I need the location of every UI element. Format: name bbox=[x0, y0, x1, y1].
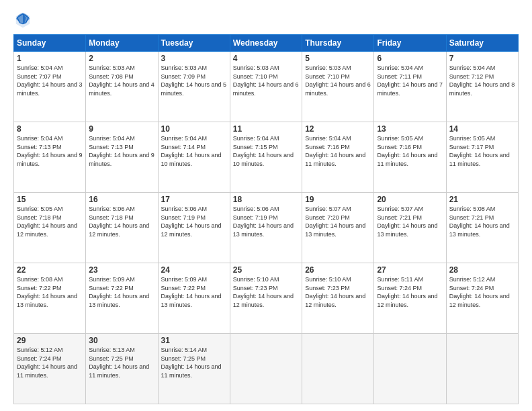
cell-info: Sunrise: 5:11 AMSunset: 7:24 PMDaylight:… bbox=[377, 276, 437, 308]
day-number: 4 bbox=[233, 54, 299, 63]
cell-info: Sunrise: 5:05 AMSunset: 7:16 PMDaylight:… bbox=[377, 135, 437, 167]
day-number: 12 bbox=[305, 124, 371, 134]
header-wednesday: Wednesday bbox=[230, 35, 302, 52]
cell-info: Sunrise: 5:04 AMSunset: 7:07 PMDaylight:… bbox=[17, 64, 83, 97]
calendar-cell: 20Sunrise: 5:07 AMSunset: 7:21 PMDayligh… bbox=[374, 193, 446, 263]
cell-info: Sunrise: 5:07 AMSunset: 7:20 PMDaylight:… bbox=[305, 205, 365, 238]
calendar-cell: 23Sunrise: 5:09 AMSunset: 7:22 PMDayligh… bbox=[86, 263, 158, 334]
calendar-cell: 3Sunrise: 5:03 AMSunset: 7:09 PMDaylight… bbox=[158, 52, 230, 122]
cell-info: Sunrise: 5:04 AMSunset: 7:13 PMDaylight:… bbox=[89, 135, 154, 167]
cell-info: Sunrise: 5:04 AMSunset: 7:11 PMDaylight:… bbox=[377, 64, 443, 97]
calendar-week-row: 29Sunrise: 5:12 AMSunset: 7:24 PMDayligh… bbox=[14, 334, 519, 404]
cell-info: Sunrise: 5:07 AMSunset: 7:21 PMDaylight:… bbox=[377, 205, 437, 238]
day-number: 29 bbox=[17, 336, 83, 345]
cell-info: Sunrise: 5:09 AMSunset: 7:22 PMDaylight:… bbox=[89, 276, 149, 308]
header-friday: Friday bbox=[374, 35, 446, 52]
header-thursday: Thursday bbox=[302, 35, 374, 52]
header-saturday: Saturday bbox=[446, 35, 518, 52]
cell-info: Sunrise: 5:14 AMSunset: 7:25 PMDaylight:… bbox=[161, 347, 222, 379]
day-number: 13 bbox=[377, 124, 443, 134]
calendar-cell: 5Sunrise: 5:03 AMSunset: 7:10 PMDaylight… bbox=[302, 52, 374, 122]
header-monday: Monday bbox=[86, 35, 158, 52]
calendar-week-row: 15Sunrise: 5:05 AMSunset: 7:18 PMDayligh… bbox=[14, 193, 519, 263]
cell-info: Sunrise: 5:03 AMSunset: 7:09 PMDaylight:… bbox=[161, 64, 227, 97]
calendar-week-row: 1Sunrise: 5:04 AMSunset: 7:07 PMDaylight… bbox=[14, 52, 519, 122]
cell-info: Sunrise: 5:06 AMSunset: 7:18 PMDaylight:… bbox=[89, 205, 149, 238]
cell-info: Sunrise: 5:04 AMSunset: 7:12 PMDaylight:… bbox=[449, 64, 515, 97]
header-tuesday: Tuesday bbox=[158, 35, 230, 52]
day-number: 31 bbox=[161, 336, 227, 345]
cell-info: Sunrise: 5:08 AMSunset: 7:22 PMDaylight:… bbox=[17, 276, 77, 308]
calendar-cell: 1Sunrise: 5:04 AMSunset: 7:07 PMDaylight… bbox=[14, 52, 86, 122]
day-number: 25 bbox=[233, 265, 299, 275]
day-number: 2 bbox=[89, 54, 154, 63]
day-number: 21 bbox=[449, 195, 515, 204]
header-sunday: Sunday bbox=[14, 35, 86, 52]
logo-icon bbox=[13, 10, 32, 29]
cell-info: Sunrise: 5:06 AMSunset: 7:19 PMDaylight:… bbox=[233, 205, 294, 238]
day-number: 17 bbox=[161, 195, 227, 204]
cell-info: Sunrise: 5:06 AMSunset: 7:19 PMDaylight:… bbox=[161, 205, 222, 238]
page: SundayMondayTuesdayWednesdayThursdayFrid… bbox=[0, 0, 532, 411]
day-number: 8 bbox=[17, 124, 83, 134]
cell-info: Sunrise: 5:03 AMSunset: 7:10 PMDaylight:… bbox=[305, 64, 371, 97]
cell-info: Sunrise: 5:10 AMSunset: 7:23 PMDaylight:… bbox=[233, 276, 294, 308]
day-number: 26 bbox=[305, 265, 371, 275]
day-number: 27 bbox=[377, 265, 443, 275]
calendar-cell: 16Sunrise: 5:06 AMSunset: 7:18 PMDayligh… bbox=[86, 193, 158, 263]
cell-info: Sunrise: 5:12 AMSunset: 7:24 PMDaylight:… bbox=[17, 347, 77, 379]
cell-info: Sunrise: 5:03 AMSunset: 7:10 PMDaylight:… bbox=[233, 64, 299, 97]
calendar-cell: 30Sunrise: 5:13 AMSunset: 7:25 PMDayligh… bbox=[86, 334, 158, 404]
calendar-cell: 12Sunrise: 5:04 AMSunset: 7:16 PMDayligh… bbox=[302, 122, 374, 193]
day-number: 10 bbox=[161, 124, 227, 134]
cell-info: Sunrise: 5:04 AMSunset: 7:15 PMDaylight:… bbox=[233, 135, 294, 167]
day-number: 20 bbox=[377, 195, 443, 204]
calendar-cell: 29Sunrise: 5:12 AMSunset: 7:24 PMDayligh… bbox=[14, 334, 86, 404]
calendar-cell: 15Sunrise: 5:05 AMSunset: 7:18 PMDayligh… bbox=[14, 193, 86, 263]
cell-info: Sunrise: 5:05 AMSunset: 7:17 PMDaylight:… bbox=[449, 135, 510, 167]
calendar-cell: 10Sunrise: 5:04 AMSunset: 7:14 PMDayligh… bbox=[158, 122, 230, 193]
calendar-cell bbox=[446, 334, 518, 404]
cell-info: Sunrise: 5:09 AMSunset: 7:22 PMDaylight:… bbox=[161, 276, 222, 308]
day-number: 15 bbox=[17, 195, 83, 204]
day-number: 9 bbox=[89, 124, 154, 134]
day-number: 1 bbox=[17, 54, 83, 63]
day-number: 7 bbox=[449, 54, 515, 63]
day-number: 23 bbox=[89, 265, 154, 275]
calendar-cell bbox=[374, 334, 446, 404]
calendar-cell bbox=[302, 334, 374, 404]
cell-info: Sunrise: 5:08 AMSunset: 7:21 PMDaylight:… bbox=[449, 205, 510, 238]
calendar-cell: 28Sunrise: 5:12 AMSunset: 7:24 PMDayligh… bbox=[446, 263, 518, 334]
calendar-cell: 25Sunrise: 5:10 AMSunset: 7:23 PMDayligh… bbox=[230, 263, 302, 334]
day-number: 19 bbox=[305, 195, 371, 204]
calendar-cell bbox=[230, 334, 302, 404]
day-number: 6 bbox=[377, 54, 443, 63]
calendar-week-row: 22Sunrise: 5:08 AMSunset: 7:22 PMDayligh… bbox=[14, 263, 519, 334]
calendar-cell: 14Sunrise: 5:05 AMSunset: 7:17 PMDayligh… bbox=[446, 122, 518, 193]
calendar-week-row: 8Sunrise: 5:04 AMSunset: 7:13 PMDaylight… bbox=[14, 122, 519, 193]
cell-info: Sunrise: 5:05 AMSunset: 7:18 PMDaylight:… bbox=[17, 205, 77, 238]
calendar-cell: 21Sunrise: 5:08 AMSunset: 7:21 PMDayligh… bbox=[446, 193, 518, 263]
cell-info: Sunrise: 5:04 AMSunset: 7:16 PMDaylight:… bbox=[305, 135, 365, 167]
cell-info: Sunrise: 5:04 AMSunset: 7:14 PMDaylight:… bbox=[161, 135, 222, 167]
logo bbox=[13, 10, 35, 29]
cell-info: Sunrise: 5:12 AMSunset: 7:24 PMDaylight:… bbox=[449, 276, 510, 308]
cell-info: Sunrise: 5:13 AMSunset: 7:25 PMDaylight:… bbox=[89, 347, 149, 379]
calendar-table: SundayMondayTuesdayWednesdayThursdayFrid… bbox=[13, 34, 519, 404]
cell-info: Sunrise: 5:04 AMSunset: 7:13 PMDaylight:… bbox=[17, 135, 83, 167]
day-number: 11 bbox=[233, 124, 299, 134]
calendar-cell: 17Sunrise: 5:06 AMSunset: 7:19 PMDayligh… bbox=[158, 193, 230, 263]
calendar-cell: 26Sunrise: 5:10 AMSunset: 7:23 PMDayligh… bbox=[302, 263, 374, 334]
day-number: 14 bbox=[449, 124, 515, 134]
header bbox=[13, 10, 519, 29]
calendar-cell: 7Sunrise: 5:04 AMSunset: 7:12 PMDaylight… bbox=[446, 52, 518, 122]
day-number: 16 bbox=[89, 195, 154, 204]
day-number: 30 bbox=[89, 336, 154, 345]
calendar-cell: 9Sunrise: 5:04 AMSunset: 7:13 PMDaylight… bbox=[86, 122, 158, 193]
calendar-cell: 27Sunrise: 5:11 AMSunset: 7:24 PMDayligh… bbox=[374, 263, 446, 334]
calendar-cell: 18Sunrise: 5:06 AMSunset: 7:19 PMDayligh… bbox=[230, 193, 302, 263]
cell-info: Sunrise: 5:03 AMSunset: 7:08 PMDaylight:… bbox=[89, 64, 154, 97]
day-number: 5 bbox=[305, 54, 371, 63]
calendar-cell: 22Sunrise: 5:08 AMSunset: 7:22 PMDayligh… bbox=[14, 263, 86, 334]
calendar-cell: 24Sunrise: 5:09 AMSunset: 7:22 PMDayligh… bbox=[158, 263, 230, 334]
